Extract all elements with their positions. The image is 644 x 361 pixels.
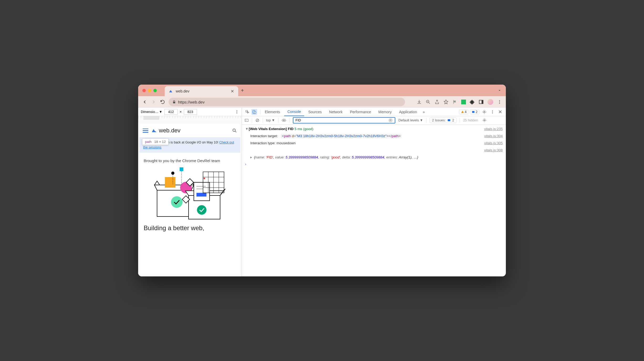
svg-point-44: [283, 120, 285, 121]
browser-tab[interactable]: web.dev ✕: [165, 86, 238, 96]
content-area: Dimensio… ▼ × web.dev: [138, 108, 506, 276]
extensions-puzzle-icon[interactable]: [470, 99, 475, 105]
downloads-icon[interactable]: [417, 99, 422, 105]
tab-sources[interactable]: Sources: [305, 108, 325, 116]
tab-application[interactable]: Application: [396, 108, 420, 116]
omnibox[interactable]: https://web.dev: [169, 98, 405, 106]
inspect-element-icon[interactable]: [245, 109, 250, 115]
devtools-tabstrip: Elements Console Sources Network Perform…: [242, 108, 506, 116]
lock-icon: [172, 100, 176, 104]
new-tab-button[interactable]: +: [241, 87, 244, 94]
log-group-header[interactable]: ▼ [Web Vitals Extension] FID 5 ms (good)…: [242, 126, 506, 133]
browser-menu-icon[interactable]: [497, 99, 502, 105]
svg-point-18: [197, 205, 206, 215]
zoom-icon[interactable]: [425, 99, 431, 105]
emulated-viewport: web.dev path 18 × 12 The Chrome team is …: [138, 122, 242, 276]
site-logo[interactable]: web.dev: [151, 127, 180, 134]
dimensions-toolbar: Dimensio… ▼ ×: [138, 108, 242, 116]
profile-avatar[interactable]: [487, 99, 493, 105]
dimensions-dropdown[interactable]: Dimensio… ▼: [141, 110, 162, 114]
svg-rect-35: [254, 111, 256, 114]
height-input[interactable]: [184, 109, 197, 115]
back-button[interactable]: [142, 99, 148, 105]
bookmark-star-icon[interactable]: [443, 99, 449, 105]
extension-green-icon[interactable]: [461, 100, 466, 104]
clear-console-icon[interactable]: [255, 118, 259, 122]
log-levels-dropdown[interactable]: Default levels ▼: [398, 118, 423, 122]
svg-point-7: [237, 111, 237, 112]
tabs-overflow-icon[interactable]: »: [421, 110, 427, 114]
tab-network[interactable]: Network: [326, 108, 346, 116]
address-bar: https://web.dev: [138, 96, 506, 108]
source-link[interactable]: vitals.js:304: [479, 133, 503, 139]
flag-icon[interactable]: [452, 99, 458, 105]
tab-favicon-icon: [168, 89, 173, 94]
console-sidebar-toggle-icon[interactable]: [245, 118, 249, 122]
log-object[interactable]: ▸ {name: 'FID', value: 5.399999998509884…: [242, 154, 506, 161]
info-badge[interactable]: 2: [470, 110, 479, 114]
tab-title: web.dev: [176, 89, 189, 93]
dim-separator: ×: [180, 110, 182, 114]
share-icon[interactable]: [434, 99, 440, 105]
source-link[interactable]: vitals.js:308: [479, 147, 503, 153]
hidden-count: 25 hidden: [463, 118, 478, 122]
log-line: Interaction target: <path d="M3 18h18v-2…: [242, 133, 506, 140]
log-line: vitals.js:308: [242, 147, 506, 154]
svg-point-6: [237, 110, 237, 111]
svg-point-4: [499, 102, 500, 102]
minimize-window-button[interactable]: [148, 89, 151, 92]
titlebar: web.dev ✕ +: [138, 85, 506, 96]
tab-close-button[interactable]: ✕: [230, 88, 235, 94]
svg-point-46: [484, 120, 485, 121]
svg-rect-22: [196, 193, 206, 197]
device-mode-pane: Dimensio… ▼ × web.dev: [138, 108, 242, 276]
hero-heading: Building a better web,: [139, 222, 240, 234]
clear-filter-icon[interactable]: ✕: [388, 118, 393, 122]
source-link[interactable]: vitals.js:235: [479, 126, 503, 132]
console-output: ▼ [Web Vitals Extension] FID 5 ms (good)…: [242, 125, 506, 276]
source-link[interactable]: vitals.js:305: [479, 140, 503, 146]
width-input[interactable]: [164, 109, 178, 115]
traffic-lights: [142, 89, 157, 92]
devtools-more-icon[interactable]: [489, 110, 496, 114]
maximize-window-button[interactable]: [153, 89, 157, 92]
svg-rect-11: [165, 177, 175, 188]
devtools-settings-icon[interactable]: [481, 110, 488, 114]
svg-rect-2: [482, 100, 483, 104]
warnings-badge[interactable]: 4: [459, 110, 469, 114]
live-expression-icon[interactable]: [282, 118, 286, 123]
ruler: [138, 116, 242, 122]
url-text: https://web.dev: [178, 100, 205, 104]
svg-rect-14: [180, 167, 183, 171]
log-line: Interaction type: mousedown vitals.js:30…: [242, 140, 506, 147]
devtools-panel: Elements Console Sources Network Perform…: [242, 108, 506, 276]
forward-button[interactable]: [151, 99, 157, 105]
reload-button[interactable]: [160, 99, 165, 105]
tooltip-tag: path: [145, 140, 152, 144]
console-filter-input[interactable]: ✕: [293, 117, 395, 123]
svg-point-37: [484, 111, 485, 112]
sidepanel-icon[interactable]: [479, 99, 484, 105]
tab-performance[interactable]: Performance: [347, 108, 374, 116]
issues-chip[interactable]: 2 Issues: 2: [430, 117, 456, 123]
close-window-button[interactable]: [142, 89, 146, 92]
console-prompt[interactable]: ›: [242, 161, 506, 167]
svg-point-39: [492, 111, 493, 112]
context-selector[interactable]: top ▼: [266, 118, 275, 122]
toggle-device-toolbar-icon[interactable]: [251, 109, 257, 115]
site-search-icon[interactable]: [232, 128, 237, 133]
tab-elements[interactable]: Elements: [262, 108, 283, 116]
devtools-close-icon[interactable]: ✕: [497, 109, 503, 115]
console-settings-icon[interactable]: [481, 118, 488, 122]
svg-point-16: [171, 196, 183, 208]
console-toolbar: top ▼ ✕ Default levels ▼ 2 Issues: 2 25 …: [242, 116, 506, 125]
element-tooltip: path 18 × 12: [142, 138, 169, 145]
tab-console[interactable]: Console: [284, 108, 304, 116]
svg-point-5: [499, 103, 500, 104]
svg-point-40: [492, 113, 493, 114]
tab-memory[interactable]: Memory: [375, 108, 395, 116]
device-toolbar-more-icon[interactable]: [235, 110, 239, 114]
tab-dropdown-button[interactable]: [497, 88, 502, 92]
svg-rect-19: [194, 182, 210, 201]
hamburger-menu-icon[interactable]: [143, 128, 148, 133]
